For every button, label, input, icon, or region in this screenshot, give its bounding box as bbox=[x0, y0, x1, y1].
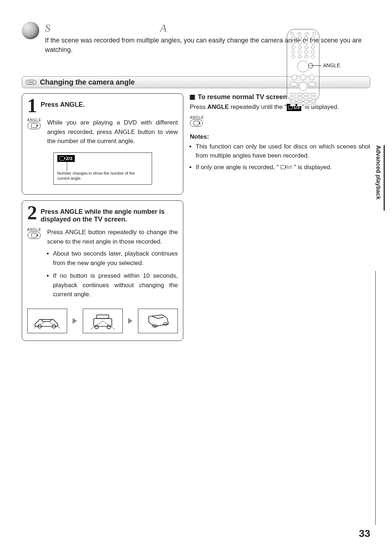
angle-button-icon: ANGLE bbox=[27, 228, 41, 303]
step-1-box: 1 Press ANGLE. ANGLE While you are playi… bbox=[22, 93, 183, 195]
angle-button-label: ANGLE bbox=[323, 62, 340, 68]
dvd-icon: DVD bbox=[26, 80, 36, 85]
square-bullet-icon bbox=[190, 95, 195, 100]
camera-icon bbox=[281, 165, 286, 169]
step-title: Press ANGLE while the angle number is di… bbox=[41, 205, 178, 223]
decorative-sphere-icon bbox=[22, 22, 39, 39]
car-angle-illustration bbox=[83, 309, 123, 333]
intro-text: If the scene was recorded from multiple … bbox=[45, 36, 370, 54]
step-2-box: 2 Press ANGLE while the angle number is … bbox=[22, 200, 183, 341]
step-body-text: While you are playing a DVD with differe… bbox=[47, 118, 178, 146]
angle-button-icon: ANGLE bbox=[190, 115, 204, 127]
osd-indicator: 2/3 bbox=[57, 155, 75, 162]
step-number: 1 bbox=[27, 98, 37, 114]
step-title: Press ANGLE. bbox=[41, 98, 85, 109]
angle-button-icon: ANGLE bbox=[27, 118, 41, 146]
step-number: 2 bbox=[27, 205, 37, 221]
svg-point-4 bbox=[95, 325, 98, 329]
arrow-right-icon bbox=[128, 318, 132, 324]
car-angle-illustration bbox=[138, 309, 178, 333]
list-item: About two seconds later, playback contin… bbox=[53, 249, 178, 268]
resume-heading: To resume normal TV screen bbox=[190, 93, 370, 101]
camera-icon bbox=[288, 106, 293, 109]
camera-icon bbox=[31, 233, 37, 237]
list-item: If no button is pressed within 10 second… bbox=[53, 271, 178, 299]
camera-icon bbox=[60, 156, 65, 160]
list-item: This function can only be used for discs… bbox=[196, 142, 370, 160]
side-tab: Advanced playback bbox=[375, 145, 385, 211]
camera-icon bbox=[31, 123, 37, 128]
list-item: If only one angle is recorded, " 1/1 " i… bbox=[196, 163, 370, 172]
osd-indicator: 1/1 bbox=[281, 164, 292, 170]
svg-rect-3 bbox=[97, 315, 109, 318]
car-angle-illustration bbox=[27, 309, 67, 333]
notes-heading: Notes: bbox=[190, 133, 370, 140]
tv-caption: Number changes to show the number of the… bbox=[57, 171, 148, 181]
tv-screen-box: 2/3 Number changes to show the number of… bbox=[53, 152, 152, 185]
page-title: S electing the Camera A bbox=[45, 22, 370, 34]
section-title: Changing the camera angle bbox=[40, 78, 135, 86]
page-divider-line bbox=[375, 271, 376, 525]
camera-icon bbox=[193, 121, 199, 125]
resume-instruction: Press ANGLE repeatedly until the "1/3" i… bbox=[190, 102, 370, 112]
page-number: 33 bbox=[359, 528, 370, 539]
remote-illustration: ANGLE bbox=[287, 29, 319, 102]
angle-callout-line bbox=[310, 65, 321, 66]
svg-point-5 bbox=[107, 325, 110, 329]
arrow-right-icon bbox=[73, 318, 77, 324]
step-body-text: Press ANGLE button repeatedly to change … bbox=[47, 228, 178, 303]
